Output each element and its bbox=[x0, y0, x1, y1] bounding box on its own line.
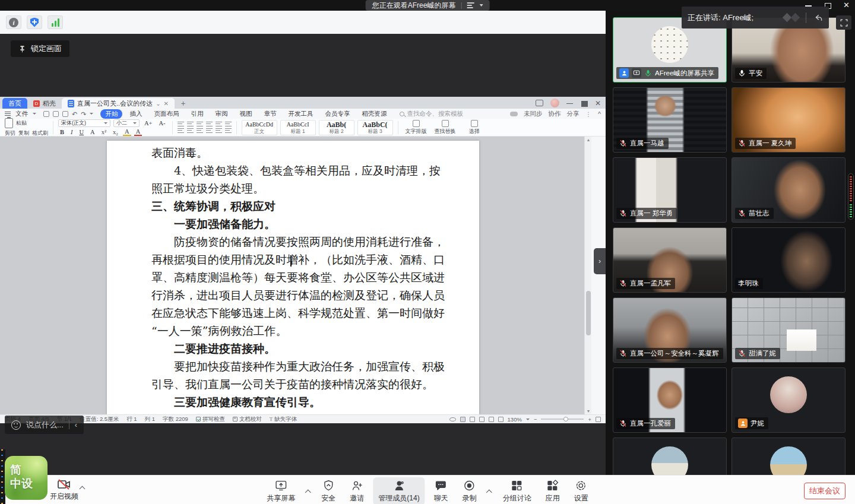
wps-tab-home[interactable]: 首页 bbox=[2, 98, 27, 109]
chevron-left-icon[interactable]: ‹ bbox=[75, 420, 77, 429]
statusbar-item[interactable]: T缺失字体 bbox=[270, 416, 297, 423]
watching-banner[interactable]: 您正在观看AFree峸的屏幕 bbox=[366, 0, 490, 11]
wps-close-button[interactable]: ✕ bbox=[595, 100, 602, 107]
zoom-in-button[interactable]: + bbox=[588, 416, 591, 423]
wps-ribbon-tab[interactable]: 开始 bbox=[100, 109, 122, 119]
font-name-select[interactable]: 宋体(正文) bbox=[58, 119, 110, 127]
participant-tile[interactable]: 直属一 郑华勇 bbox=[613, 157, 727, 223]
web-view-icon[interactable] bbox=[489, 417, 494, 422]
scroll-down-icon[interactable]: ▼ bbox=[586, 409, 591, 413]
app-logo[interactable]: 简中设 bbox=[5, 456, 48, 500]
copy-button[interactable]: 复制 bbox=[18, 129, 29, 137]
superscript-button[interactable]: x² bbox=[100, 129, 108, 135]
select-button[interactable]: 选择 bbox=[461, 120, 487, 135]
document-canvas[interactable]: 表面消毒。4、快递包装袋、包装盒等相关用品，应及时清理，按照正常垃圾分类处理。三… bbox=[0, 137, 591, 414]
participant-tile[interactable]: 直属一孟凡军 bbox=[613, 227, 727, 293]
zoom-out-button[interactable]: − bbox=[534, 416, 537, 423]
preview-icon[interactable] bbox=[62, 111, 68, 117]
style-preset[interactable]: AaBbC(标题 3 bbox=[357, 120, 393, 135]
document-page[interactable]: 表面消毒。4、快递包装袋、包装盒等相关用品，应及时清理，按照正常垃圾分类处理。三… bbox=[107, 141, 479, 414]
underline-button[interactable]: U bbox=[78, 129, 86, 135]
wps-ribbon-tab[interactable]: 视图 bbox=[235, 109, 256, 119]
tab-close-icon[interactable]: ✕ bbox=[164, 100, 169, 107]
new-tab-button[interactable]: ＋ bbox=[179, 98, 187, 109]
fit-page-icon[interactable] bbox=[596, 417, 601, 422]
participant-tile[interactable]: 苗壮志 bbox=[732, 157, 846, 223]
zoom-select-icon[interactable] bbox=[498, 417, 504, 422]
highlight-color-button[interactable]: A bbox=[123, 128, 131, 136]
notification-icon[interactable] bbox=[536, 100, 543, 106]
statusbar-item[interactable]: 列 1 bbox=[145, 416, 155, 423]
wps-tab-docer[interactable]: D 稻壳 bbox=[27, 98, 62, 109]
participant-tile[interactable]: 直属一公司～安全科～奚凝辉 bbox=[613, 297, 727, 363]
share-button[interactable]: 分享 bbox=[567, 110, 580, 118]
hamburger-menu-icon[interactable] bbox=[5, 112, 11, 116]
align-right-icon[interactable] bbox=[197, 128, 203, 134]
quick-chat-input[interactable]: 说点什么... ‹ bbox=[5, 416, 84, 434]
wps-ribbon-tab[interactable]: 开发工具 bbox=[283, 109, 318, 119]
info-button[interactable]: i bbox=[6, 15, 21, 29]
italic-button[interactable]: I bbox=[69, 129, 75, 135]
toolbar-invite-button[interactable]: 邀请 bbox=[344, 477, 369, 504]
indent-icon[interactable] bbox=[206, 122, 213, 127]
align-center-icon[interactable] bbox=[187, 128, 194, 134]
eye-protection-icon[interactable] bbox=[449, 417, 456, 421]
wps-tab-document[interactable]: 直属一公司关..会议的传达 ⌄ ✕ bbox=[62, 98, 175, 109]
close-button[interactable]: ✕ bbox=[843, 2, 850, 9]
lock-screen-button[interactable]: 锁定画面 bbox=[11, 40, 69, 57]
save-icon[interactable] bbox=[43, 111, 49, 117]
chevron-up-icon[interactable] bbox=[487, 489, 493, 495]
command-search[interactable]: 查找命令、搜索模板 bbox=[400, 110, 463, 118]
zoom-level[interactable]: 130% bbox=[508, 416, 522, 423]
wps-ribbon-tab[interactable]: 章节 bbox=[259, 109, 281, 119]
wps-ribbon-tab[interactable]: 插入 bbox=[125, 109, 147, 119]
return-arrow-icon[interactable] bbox=[813, 13, 823, 23]
redo-icon[interactable]: ↷ bbox=[81, 111, 86, 117]
toolbar-security-button[interactable]: 安全 bbox=[316, 477, 341, 504]
justify-icon[interactable] bbox=[206, 128, 213, 134]
statusbar-item[interactable]: 拼写检查 bbox=[196, 416, 225, 423]
participant-tile[interactable] bbox=[732, 438, 846, 475]
wps-minimize-button[interactable] bbox=[566, 100, 574, 107]
end-meeting-button[interactable]: 结束会议 bbox=[804, 483, 846, 499]
font-color-button[interactable]: A bbox=[134, 128, 142, 136]
file-menu[interactable]: 文件 bbox=[15, 110, 28, 118]
print-icon[interactable] bbox=[53, 111, 59, 117]
statusbar-item[interactable]: 文档校对 bbox=[233, 416, 262, 423]
format-painter-button[interactable]: 格式刷 bbox=[32, 129, 48, 137]
paste-label[interactable]: 粘贴 bbox=[16, 119, 27, 127]
camera-options-chevron[interactable] bbox=[80, 485, 86, 491]
participant-tile[interactable]: 直属一 夏久坤 bbox=[732, 87, 846, 153]
statusbar-item[interactable]: 字数 2209 bbox=[163, 416, 188, 423]
wps-maximize-button[interactable] bbox=[581, 100, 588, 107]
tab-options-icon[interactable]: ⌄ bbox=[156, 100, 160, 107]
zoom-slider-knob[interactable] bbox=[563, 417, 568, 421]
chevron-up-icon[interactable] bbox=[305, 489, 311, 495]
align-left-icon[interactable] bbox=[178, 128, 184, 134]
zoom-slider[interactable] bbox=[541, 419, 584, 420]
wps-ribbon-tab[interactable]: 引用 bbox=[186, 109, 208, 119]
text-layout-button[interactable]: 文字排版 bbox=[403, 120, 429, 135]
line-spacing-icon[interactable] bbox=[216, 128, 222, 134]
undo-icon[interactable]: ↶ bbox=[72, 111, 77, 117]
outline-view-icon[interactable] bbox=[470, 417, 475, 422]
numbered-list-icon[interactable] bbox=[187, 122, 194, 127]
style-preset[interactable]: AaBb(标题 2 bbox=[319, 120, 354, 135]
style-preset[interactable]: AaBbCcDd正文 bbox=[242, 120, 277, 135]
sidebar-collapse-handle[interactable]: › bbox=[594, 248, 606, 274]
wps-ribbon-tab[interactable]: 页面布局 bbox=[149, 109, 183, 119]
wps-ribbon-tab[interactable]: 会员专享 bbox=[320, 109, 354, 119]
statusbar-item[interactable]: 位置值: 2.5厘米 bbox=[80, 416, 119, 423]
emoji-icon[interactable] bbox=[11, 420, 21, 430]
toolbar-share-screen-button[interactable]: 共享屏幕 bbox=[261, 477, 300, 504]
bullet-list-icon[interactable] bbox=[178, 122, 184, 127]
network-button[interactable] bbox=[48, 15, 63, 29]
char-style-button[interactable]: A bbox=[88, 129, 97, 135]
increase-font-icon[interactable]: A+ bbox=[142, 120, 154, 126]
wps-ribbon-tab[interactable]: 稻壳资源 bbox=[357, 109, 391, 119]
paste-icon[interactable] bbox=[5, 118, 13, 128]
document-scrollbar[interactable]: ▲ ▼ bbox=[584, 137, 591, 414]
sort-icon[interactable] bbox=[216, 122, 222, 127]
exit-fullscreen-button[interactable] bbox=[836, 15, 851, 30]
statusbar-item[interactable]: 行 1 bbox=[126, 416, 137, 423]
